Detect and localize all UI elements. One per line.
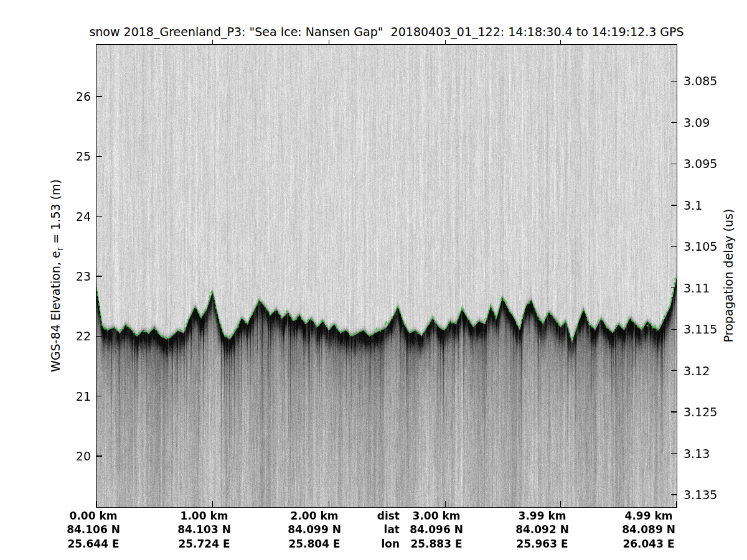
left-axis-label-subscript: r (55, 248, 65, 251)
y-left-tick-label: 20 (36, 449, 91, 463)
left-axis-label: WGS-84 Elevation, er = 1.53 (m) (49, 179, 65, 372)
y-right-tick-label: 3.085 (684, 74, 738, 88)
x-tick-label-column: 2.00 km84.099 N25.804 E (271, 509, 358, 551)
x-tick-dist-label: 2.00 km (271, 509, 358, 523)
x-axis-row-legend: distlatlon (347, 509, 400, 551)
x-tick-lon-label: 25.644 E (50, 537, 137, 551)
x-axis-row-legend-lat: lat (347, 523, 400, 536)
plot-title: snow 2018_Greenland_P3: "Sea Ice: Nansen… (75, 25, 698, 39)
x-tick-dist-label: 1.00 km (161, 509, 248, 523)
x-tick-lat-label: 84.092 N (499, 523, 586, 536)
x-axis-row-legend-dist: dist (347, 509, 400, 523)
x-tick-lon-label: 25.724 E (161, 537, 248, 551)
x-tick-label-column: 0.00 km84.106 N25.644 E (50, 509, 137, 551)
x-tick-lat-label: 84.103 N (161, 523, 248, 536)
x-tick-lon-label: 25.883 E (393, 537, 480, 551)
x-tick-label-column: 4.99 km84.089 N26.043 E (605, 509, 692, 551)
x-tick-lat-label: 84.099 N (271, 523, 358, 536)
y-right-tick-label: 3.125 (684, 405, 738, 419)
y-left-tick-label: 26 (36, 90, 91, 103)
x-tick-lon-label: 25.804 E (271, 537, 358, 551)
x-tick-lat-label: 84.089 N (605, 523, 692, 536)
y-right-tick-label: 3.09 (684, 116, 738, 129)
x-tick-lat-label: 84.096 N (393, 523, 480, 536)
y-right-tick-label: 3.095 (684, 157, 738, 170)
y-left-tick-label: 25 (36, 149, 91, 163)
y-right-tick-label: 3.135 (684, 488, 738, 502)
x-tick-dist-label: 4.99 km (605, 509, 692, 523)
x-tick-lat-label: 84.106 N (50, 523, 137, 536)
echogram-plot-area[interactable] (96, 44, 677, 508)
y-left-tick-label: 21 (36, 390, 91, 403)
x-axis-row-legend-lon: lon (347, 537, 400, 551)
x-tick-dist-label: 3.00 km (393, 509, 480, 523)
y-right-tick-label: 3.12 (684, 364, 738, 378)
x-tick-label-column: 1.00 km84.103 N25.724 E (161, 509, 248, 551)
left-axis-label-text: WGS-84 Elevation, e (49, 251, 62, 372)
right-axis-label: Propagation delay (us) (721, 209, 735, 343)
x-tick-dist-label: 0.00 km (50, 509, 137, 523)
left-axis-label-units: = 1.53 (m) (49, 179, 62, 248)
x-tick-dist-label: 3.99 km (499, 509, 586, 523)
x-tick-lon-label: 25.963 E (499, 537, 586, 551)
figure-window: snow 2018_Greenland_P3: "Sea Ice: Nansen… (0, 0, 747, 560)
x-tick-lon-label: 26.043 E (605, 537, 692, 551)
y-right-tick-label: 3.13 (684, 447, 738, 460)
x-tick-label-column: 3.00 km84.096 N25.883 E (393, 509, 480, 551)
echogram-canvas[interactable] (96, 45, 677, 507)
x-tick-label-column: 3.99 km84.092 N25.963 E (499, 509, 586, 551)
